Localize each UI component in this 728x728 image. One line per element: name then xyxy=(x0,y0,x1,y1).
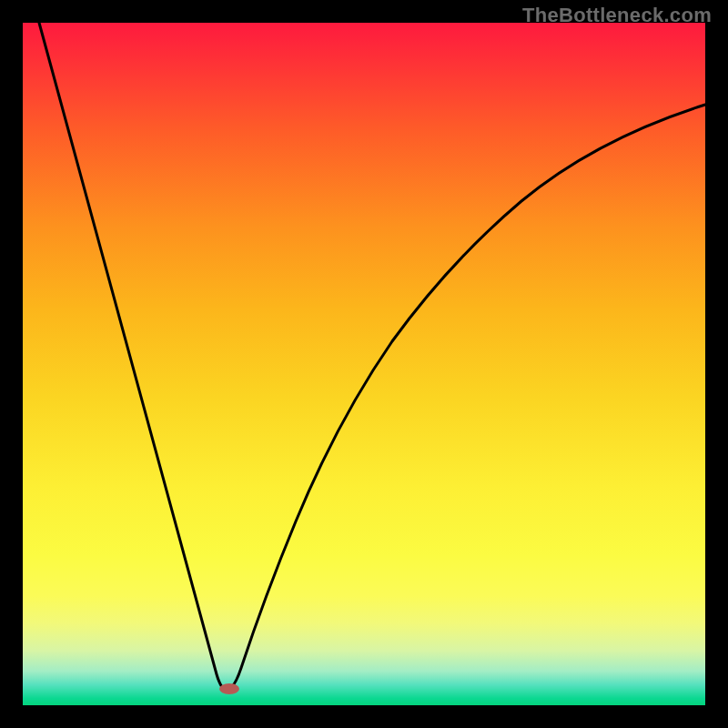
source-attribution: TheBottleneck.com xyxy=(522,4,712,27)
chart-plot-area xyxy=(23,23,705,705)
bottleneck-curve xyxy=(23,23,705,705)
curve-path xyxy=(39,23,705,690)
chart-stage: TheBottleneck.com xyxy=(0,0,728,728)
